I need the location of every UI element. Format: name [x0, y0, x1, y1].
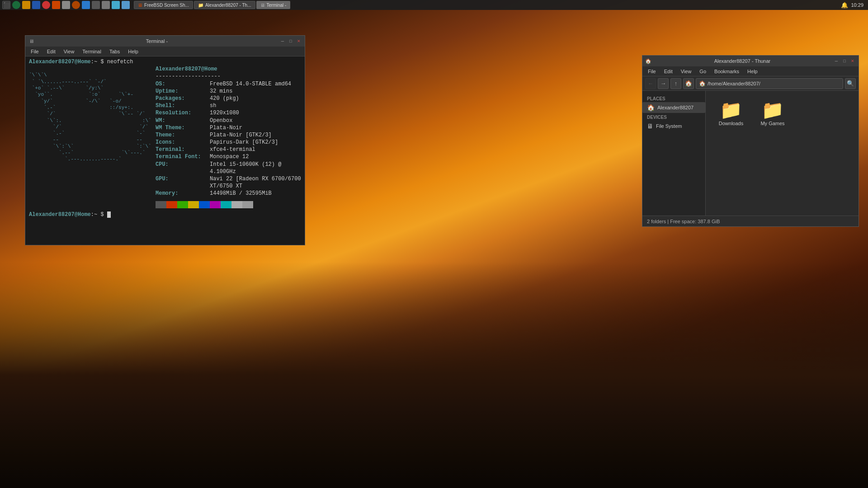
- taskbar-icon-2[interactable]: [22, 1, 30, 9]
- terminal-minimize-button[interactable]: ─: [279, 38, 286, 44]
- fm-sidebar-home[interactable]: 🏠 Alexander88207: [642, 102, 705, 113]
- fm-menu-bookmarks[interactable]: Bookmarks: [711, 68, 743, 75]
- info-res-val: 868x488: [210, 109, 239, 117]
- fm-forward-button[interactable]: →: [658, 78, 669, 89]
- fm-menu-view[interactable]: View: [677, 68, 695, 75]
- forest-overlay: [0, 262, 868, 488]
- fm-folder-mygames-name: My Games: [760, 121, 784, 126]
- neofetch-output: `\`\`\ ` `\......----..---` `-/` `+o` `.…: [29, 66, 301, 208]
- fm-status-text: 2 folders | Free space: 387.8 GiB: [647, 219, 720, 224]
- neofetch-info: Alexander88207@Home --------------------…: [156, 66, 301, 208]
- info-separator: --------------------: [156, 73, 301, 80]
- fm-maximize-button[interactable]: □: [841, 58, 848, 64]
- taskbar-icon-6[interactable]: [62, 1, 70, 9]
- info-terminal-val: xfce4-terminal: [210, 146, 255, 153]
- info-terminal: Terminal: xfce4-terminal: [156, 146, 301, 153]
- fm-menu-edit[interactable]: Edit: [660, 68, 676, 75]
- fm-address-text: /home/Alexander88207/: [708, 81, 760, 86]
- swatch-5: [210, 201, 221, 208]
- fm-address-bar[interactable]: 🏠 /home/Alexander88207/: [696, 78, 843, 89]
- info-packages: Packages: 420 (pkg): [156, 95, 301, 102]
- swatch-7: [231, 201, 242, 208]
- taskbar-icon-7[interactable]: [72, 1, 80, 9]
- terminal-menu-tabs[interactable]: Tabs: [106, 48, 123, 55]
- info-gpu: GPU: Navi 22 [Radeon RX 6700/6700 XT/675…: [156, 175, 301, 190]
- ascii-art: `\`\`\ ` `\......----..---` `-/` `+o` `.…: [29, 66, 156, 169]
- fm-main-content: 📁 Downloads 📁 My Games: [706, 91, 859, 216]
- fm-sidebar-filesystem[interactable]: 🖥 File System: [642, 121, 705, 131]
- info-wmtheme-key: WM Theme:: [156, 124, 210, 131]
- taskbar-system-icons: ⬛: [2, 1, 130, 9]
- fm-places-label: Places: [642, 94, 705, 102]
- terminal-menubar: File Edit View Terminal Tabs Help: [25, 47, 305, 56]
- taskbar-icon-8[interactable]: [82, 1, 90, 9]
- terminal-maximize-button[interactable]: □: [288, 38, 294, 44]
- info-theme-key: Theme:: [156, 131, 210, 139]
- taskbar-icon-12[interactable]: [122, 1, 130, 9]
- taskbar-windows: 🖥 FreeBSD Screen Sh... 📁 Alexander88207 …: [134, 1, 290, 9]
- terminal-menu-view[interactable]: View: [60, 48, 78, 55]
- taskbar-window-thunar[interactable]: 📁 Alexander88207 - Th...: [194, 1, 255, 9]
- info-gpu-val: Navi 22 [Radeon RX 6700/6700 XT/6750 XT: [210, 175, 301, 190]
- info-gpu-key: GPU:: [156, 175, 210, 190]
- taskbar-icon-3[interactable]: [32, 1, 40, 9]
- fm-window-icon: 🏠: [645, 58, 651, 64]
- info-theme-val: Plata-Noir [GTK2/3]: [210, 131, 272, 139]
- taskbar-icon-apps[interactable]: ⬛: [2, 1, 10, 9]
- taskbar-window-terminal-label: Terminal -: [267, 3, 287, 8]
- info-res-key: Resolution:: [156, 109, 210, 117]
- info-shell-key: Shell:: [156, 102, 210, 109]
- fm-folder-mygames[interactable]: 📁 My Games: [755, 98, 791, 129]
- fm-minimize-button[interactable]: ─: [833, 58, 840, 64]
- fm-devices-label: Devices: [642, 113, 705, 121]
- fm-close-button[interactable]: ✕: [849, 58, 856, 64]
- fm-search-button[interactable]: 🔍: [845, 78, 856, 89]
- terminal-prompt-2: Alexander88207@Home:~ $: [29, 211, 301, 218]
- fm-home-icon: 🏠: [647, 104, 655, 111]
- taskbar-icon-4[interactable]: [42, 1, 50, 9]
- swatch-3: [188, 201, 199, 208]
- info-resolution: Resolution: 868x488: [156, 109, 301, 117]
- fm-statusbar: 2 folders | Free space: 387.8 GiB: [642, 216, 859, 226]
- filemanager-window: 🏠 Alexander88207 - Thunar ─ □ ✕ File Edi…: [642, 55, 859, 227]
- taskbar-icon-1[interactable]: [12, 1, 20, 9]
- terminal-menu-help[interactable]: Help: [124, 48, 142, 55]
- info-memory-key: Memory:: [156, 190, 210, 197]
- fm-sidebar-home-label: Alexander88207: [657, 105, 693, 110]
- terminal-menu-terminal[interactable]: Terminal: [79, 48, 105, 55]
- fm-menu-file[interactable]: File: [644, 68, 660, 75]
- fm-menu-help[interactable]: Help: [744, 68, 761, 75]
- terminal-title: Terminal -: [36, 38, 278, 44]
- fm-toolbar: ← → ↑ 🏠 🏠 /home/Alexander88207/ 🔍: [642, 76, 859, 91]
- info-terminal-key: Terminal:: [156, 146, 210, 153]
- fm-folder-downloads[interactable]: 📁 Downloads: [713, 98, 749, 129]
- taskbar-icon-11[interactable]: [112, 1, 120, 9]
- terminal-content[interactable]: Alexander88207@Home:~ $ neofetch `\`\`\ …: [25, 56, 305, 245]
- swatch-2: [177, 201, 188, 208]
- fm-back-button[interactable]: ←: [645, 78, 656, 89]
- info-uptime-val: 32 mins: [210, 88, 232, 95]
- taskbar-window-terminal-icon: 🖥: [260, 3, 265, 8]
- taskbar-window-freebsd[interactable]: 🖥 FreeBSD Screen Sh...: [134, 1, 193, 9]
- terminal-cursor: [107, 211, 111, 218]
- taskbar-window-terminal[interactable]: 🖥 Terminal -: [256, 1, 291, 9]
- terminal-menu-file[interactable]: File: [27, 48, 42, 55]
- taskbar-icon-9[interactable]: [92, 1, 100, 9]
- taskbar-icon-10[interactable]: [102, 1, 110, 9]
- terminal-close-button[interactable]: ✕: [296, 38, 302, 44]
- info-memory: Memory: 14498MiB / 32595MiB: [156, 190, 301, 197]
- fm-menu-go[interactable]: Go: [696, 68, 710, 75]
- info-userhost: Alexander88207@Home: [156, 66, 301, 73]
- terminal-menu-edit[interactable]: Edit: [43, 48, 59, 55]
- info-wm: WM: Openbox: [156, 117, 301, 124]
- address-home-icon: 🏠: [699, 80, 706, 87]
- terminal-window: 🖥 Terminal - ─ □ ✕ File Edit View Termin…: [25, 35, 305, 245]
- taskbar-icon-5[interactable]: [52, 1, 60, 9]
- taskbar-notification-icon: 🔔: [841, 2, 848, 9]
- fm-up-button[interactable]: ↑: [670, 78, 681, 89]
- fm-folder-downloads-name: Downloads: [719, 121, 743, 126]
- fm-home-button[interactable]: 🏠: [683, 78, 694, 89]
- info-packages-val: 420 (pkg): [210, 95, 239, 102]
- info-os: OS: FreeBSD 14.0-STABLE amd64: [156, 80, 301, 88]
- taskbar-window-thunar-icon: 📁: [198, 3, 203, 8]
